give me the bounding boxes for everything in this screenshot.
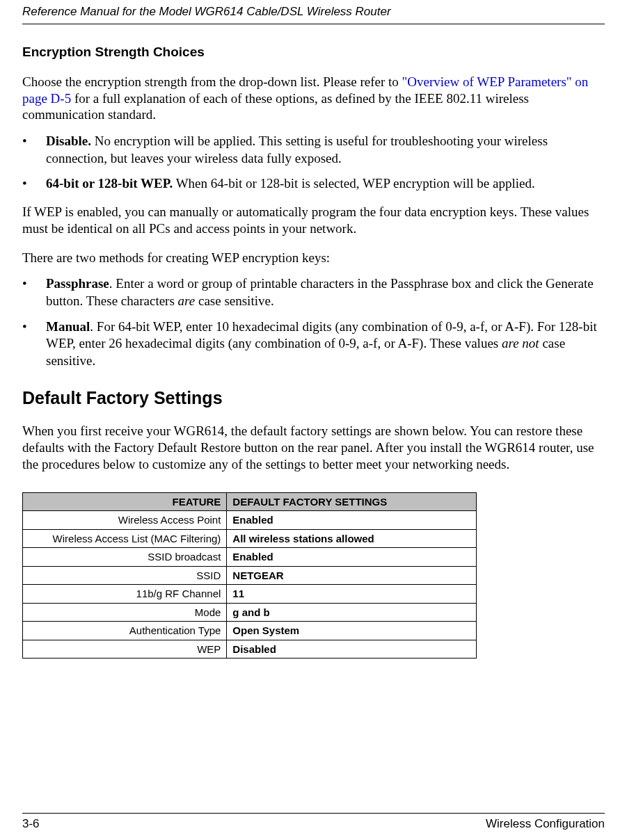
cell-value: NETGEAR [227,566,477,585]
paragraph-two-methods: There are two methods for creating WEP e… [22,250,605,266]
list-item-body: Passphrase. Enter a word or group of pri… [46,275,605,309]
bullet-lead: 64-bit or 128-bit WEP. [46,176,173,191]
cell-feature: Wireless Access Point [23,511,227,530]
table-row: WEPDisabled [23,640,477,659]
cell-value: Disabled [227,640,477,659]
table-row: SSID broadcastEnabled [23,548,477,567]
col-header-default: DEFAULT FACTORY SETTINGS [227,492,477,511]
cell-feature: Wireless Access List (MAC Filtering) [23,529,227,548]
cell-value: Enabled [227,548,477,567]
intro-post: for a full explanation of each of these … [22,91,529,122]
list-item: • 64-bit or 128-bit WEP. When 64-bit or … [22,175,605,193]
cell-value: Enabled [227,511,477,530]
cell-value: 11 [227,585,477,604]
bullet-marker: • [22,133,46,167]
list-item-body: Disable. No encryption will be applied. … [46,133,605,167]
bullet-lead: Manual [46,319,90,334]
paragraph-wep-enabled: If WEP is enabled, you can manually or a… [22,204,605,237]
bullet-list-1: • Disable. No encryption will be applied… [22,133,605,193]
bullet-lead: Disable. [46,134,91,148]
cell-value: All wireless stations allowed [227,529,477,548]
section-intro-paragraph: When you first receive your WGR614, the … [22,423,605,472]
cell-value: g and b [227,603,477,622]
bullet-lead: Passphrase [46,276,109,291]
table-row: 11b/g RF Channel11 [23,585,477,604]
footer-section-name: Wireless Configuration [486,816,605,832]
list-item: • Disable. No encryption will be applied… [22,133,605,167]
cell-value: Open System [227,622,477,640]
bullet-tail: case sensitive. [195,293,273,308]
bullet-marker: • [22,275,46,309]
page-number: 3-6 [22,816,40,832]
cell-feature: SSID broadcast [23,548,227,567]
list-item: • Passphrase. Enter a word or group of p… [22,275,605,309]
bullet-list-2: • Passphrase. Enter a word or group of p… [22,275,605,369]
table-row: Wireless Access PointEnabled [23,511,477,530]
table-row: SSIDNETGEAR [23,566,477,585]
bullet-italic: are not [502,336,539,350]
cell-feature: Authentication Type [23,622,227,640]
section-heading-default-factory: Default Factory Settings [22,387,605,410]
bullet-mid: . Enter a word or group of printable cha… [46,276,594,308]
intro-paragraph: Choose the encryption strength from the … [22,74,605,123]
table-row: Authentication TypeOpen System [23,622,477,640]
list-item-body: 64-bit or 128-bit WEP. When 64-bit or 12… [46,175,605,193]
factory-settings-table: FEATURE DEFAULT FACTORY SETTINGS Wireles… [22,492,477,659]
table-row: Modeg and b [23,603,477,622]
bullet-rest: No encryption will be applied. This sett… [46,134,548,165]
cell-feature: Mode [23,603,227,622]
bullet-italic: are [178,293,196,308]
table-header-row: FEATURE DEFAULT FACTORY SETTINGS [23,492,477,511]
subheading-encryption: Encryption Strength Choices [22,44,605,61]
bullet-rest: When 64-bit or 128-bit is selected, WEP … [173,176,534,191]
bullet-marker: • [22,175,46,193]
list-item-body: Manual. For 64-bit WEP, enter 10 hexadec… [46,318,605,370]
table-row: Wireless Access List (MAC Filtering)All … [23,529,477,548]
bullet-marker: • [22,318,46,370]
doc-header-title: Reference Manual for the Model WGR614 Ca… [22,0,605,24]
cell-feature: 11b/g RF Channel [23,585,227,604]
page-footer: 3-6 Wireless Configuration [22,813,605,832]
intro-pre: Choose the encryption strength from the … [22,74,402,89]
col-header-feature: FEATURE [23,492,227,511]
cell-feature: SSID [23,566,227,585]
list-item: • Manual. For 64-bit WEP, enter 10 hexad… [22,318,605,370]
cell-feature: WEP [23,640,227,659]
